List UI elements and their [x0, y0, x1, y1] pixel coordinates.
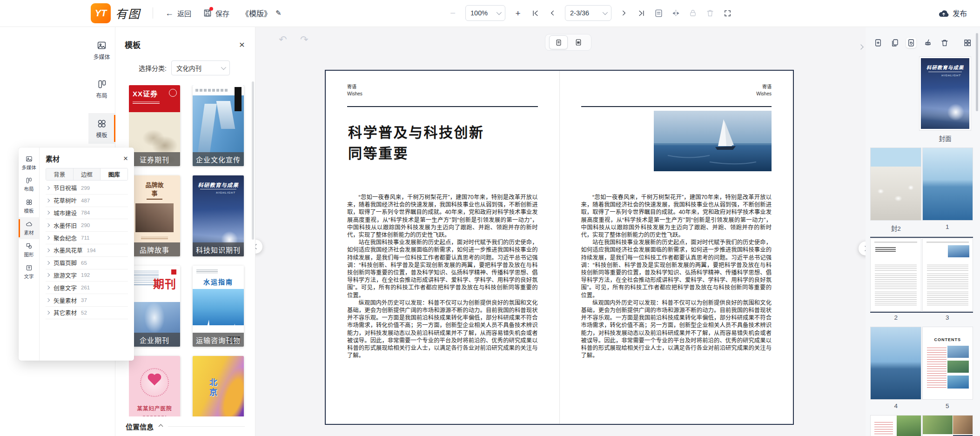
asset-category-row[interactable]: 旅游文字192 — [46, 269, 128, 282]
mini-rail-item-template[interactable]: 模板 — [19, 195, 39, 217]
sailboat-photo[interactable] — [654, 111, 772, 171]
single-page-view-button[interactable] — [549, 35, 568, 49]
clear-page-icon[interactable] — [923, 38, 933, 48]
close-icon[interactable]: × — [123, 154, 128, 162]
delete-page-icon[interactable] — [940, 38, 950, 48]
app-logo[interactable]: YT — [91, 3, 111, 23]
asset-category-row[interactable]: 水墨风花草194 — [46, 244, 128, 257]
save-button[interactable]: 保存 — [203, 8, 229, 18]
category-select[interactable]: 文化内刊 — [171, 60, 230, 75]
lock-button[interactable] — [688, 8, 698, 18]
template-card-shipping-journal[interactable]: 水运指南 运输咨询刊物 — [193, 266, 244, 347]
rail-item-template[interactable]: 模板 — [88, 113, 115, 144]
paragraph: “忽如一夜春风来，千树万树梨花开”，建国70年来，特别是改革开放以来，随着我国经… — [581, 194, 772, 239]
prev-page-button[interactable] — [548, 8, 557, 18]
template-card-beijing[interactable]: 北京 — [193, 356, 244, 416]
canvas-area[interactable]: ↶ ↷ 寄语 Wishes 科学普及与科技创新 同等重 — [255, 27, 866, 436]
mirror-pages-button[interactable] — [671, 8, 680, 18]
zoom-select[interactable]: 100% — [465, 5, 505, 21]
document-title: 《模版》 ✎ — [242, 7, 282, 19]
chevron-right-icon — [46, 236, 50, 240]
mini-rail-item-assets[interactable]: 素材 — [19, 217, 39, 239]
delete-button[interactable] — [705, 8, 715, 18]
pages-panel-scrollbar[interactable] — [976, 33, 978, 111]
asset-category-row[interactable]: 其它素材52 — [46, 307, 128, 319]
template-card-brand-story[interactable]: 品牌故事 品牌故事 — [129, 175, 180, 256]
asset-category-row[interactable]: 页眉页脚65 — [46, 257, 128, 269]
grid-view-icon[interactable] — [962, 38, 973, 48]
cover-subtitle: HIGHLIGHT — [941, 74, 961, 77]
tab-border[interactable]: 边框 — [74, 168, 101, 180]
last-page-button[interactable] — [637, 8, 646, 18]
rail-item-media[interactable]: 多媒体 — [88, 35, 115, 66]
thumbnail-cover[interactable]: 科研教育与成果 HIGHLIGHT 封面 — [870, 56, 971, 143]
duplicate-page-icon[interactable] — [890, 38, 900, 48]
paragraph: “忽如一夜春风来，千树万树梨花开”，建国70年来，特别是改革开放以来，随着我国经… — [347, 194, 538, 239]
rail-item-layout[interactable]: 布局 — [88, 74, 115, 105]
first-page-button[interactable] — [530, 8, 540, 18]
article-body[interactable]: “忽如一夜春风来，千树万树梨花开”，建国70年来，特别是改革开放以来，随着我国经… — [581, 194, 772, 359]
position-info-section[interactable]: 位置信息 — [115, 416, 255, 436]
paragraph: 纵观国内外历史可以发现：科普不仅可以为创新提供良好的氛围和文化基础，更会为创新提… — [581, 299, 772, 360]
zoom-value: 100% — [470, 9, 488, 17]
chevron-right-icon — [46, 223, 50, 227]
article-body[interactable]: “忽如一夜春风来，千树万树梨花开”，建国70年来，特别是改革开放以来，随着我国经… — [347, 194, 538, 359]
publish-button[interactable]: 发布 — [939, 8, 967, 18]
thumbnail-page-2[interactable] — [870, 238, 921, 311]
next-page-button[interactable] — [619, 8, 629, 18]
spread-view-button[interactable] — [570, 36, 587, 49]
article-title[interactable]: 科学普及与科技创新 同等重要 — [348, 122, 484, 164]
template-card-corporate-culture[interactable]: 企业文化宣传 — [193, 85, 244, 166]
thumbnail-pair-selected: 2 3 — [870, 238, 973, 321]
template-card-enterprise-journal[interactable]: 期刊 企业期刊 — [129, 266, 180, 347]
asset-category-row[interactable]: 城市建设784 — [46, 207, 128, 220]
template-card-hospital[interactable]: 某某妇产医院 — [129, 356, 180, 416]
thumbnail-page-4[interactable] — [870, 327, 921, 400]
asset-category-row[interactable]: 节日祝福299 — [46, 182, 128, 195]
add-page-icon[interactable] — [873, 38, 883, 48]
thumbnail-page-6[interactable] — [870, 415, 921, 436]
template-card-tech-journal[interactable]: 科研教育与成果 HIGHLIGHT 科技知识期刊 — [193, 175, 244, 256]
redo-icon[interactable]: ↷ — [300, 34, 309, 45]
thumbnail-page-3[interactable] — [922, 238, 973, 311]
asset-category-row[interactable]: 水墨怀旧290 — [46, 219, 128, 232]
tab-background[interactable]: 背景 — [46, 168, 74, 180]
mini-rail-item-shapes[interactable]: 图形 — [19, 239, 39, 261]
mini-rail-item-text[interactable]: 文字 — [19, 261, 39, 283]
cover-title: 科研教育与成果 — [921, 64, 969, 71]
mini-rail-item-media[interactable]: 多媒体 — [19, 152, 39, 174]
assets-panel: 多媒体 布局 模板 素材 图形 文字 — [19, 148, 134, 361]
back-button[interactable]: ← 返回 — [165, 8, 191, 18]
page-select[interactable]: 2-3/36 — [565, 5, 611, 21]
fullscreen-button[interactable] — [723, 8, 732, 18]
asset-category-row[interactable]: 花草树叶487 — [46, 195, 128, 207]
template-label: 证券期刊 — [129, 152, 180, 166]
page-setup-button[interactable] — [654, 8, 663, 18]
thumbnail-page-cover2[interactable] — [870, 148, 921, 221]
template-card-securities[interactable]: XX证券 证券期刊 — [129, 85, 180, 166]
cloud-upload-icon — [939, 9, 949, 17]
undo-icon[interactable]: ↶ — [279, 34, 287, 45]
tab-gallery[interactable]: 图库 — [101, 168, 128, 180]
thumbnail-page-5[interactable]: CONTENTS — [922, 327, 973, 400]
page-eyebrow: 寄语 Wishes — [756, 84, 772, 97]
expand-panel-icon[interactable] — [859, 42, 863, 51]
template-panel-scrollbar[interactable] — [252, 81, 254, 240]
asset-category-row[interactable]: 创意文字261 — [46, 282, 128, 294]
thumbnail-page-1[interactable] — [922, 148, 973, 221]
page-right[interactable]: 寄语 Wishes — [559, 71, 793, 424]
zoom-in-button[interactable]: + — [513, 8, 523, 18]
replace-page-icon[interactable] — [906, 38, 916, 48]
close-icon[interactable]: × — [239, 40, 245, 49]
thumbnail-page-7[interactable] — [922, 415, 973, 436]
asset-category-row[interactable]: 聚会纪念711 — [46, 232, 128, 244]
cover-title: 品牌故事 — [145, 181, 164, 197]
page-left[interactable]: 寄语 Wishes 科学普及与科技创新 同等重要 “忽如一夜春风来，千树万树梨花… — [326, 71, 559, 424]
template-cover: 北京 — [193, 356, 244, 416]
edit-icon[interactable]: ✎ — [275, 9, 282, 17]
mini-rail-item-layout[interactable]: 布局 — [19, 174, 39, 195]
page-spread[interactable]: 寄语 Wishes 科学普及与科技创新 同等重要 “忽如一夜春风来，千树万树梨花… — [325, 70, 794, 425]
caret-down-icon — [221, 65, 226, 70]
zoom-out-button[interactable]: − — [448, 8, 457, 18]
asset-category-row[interactable]: 矢量素材37 — [46, 294, 128, 307]
